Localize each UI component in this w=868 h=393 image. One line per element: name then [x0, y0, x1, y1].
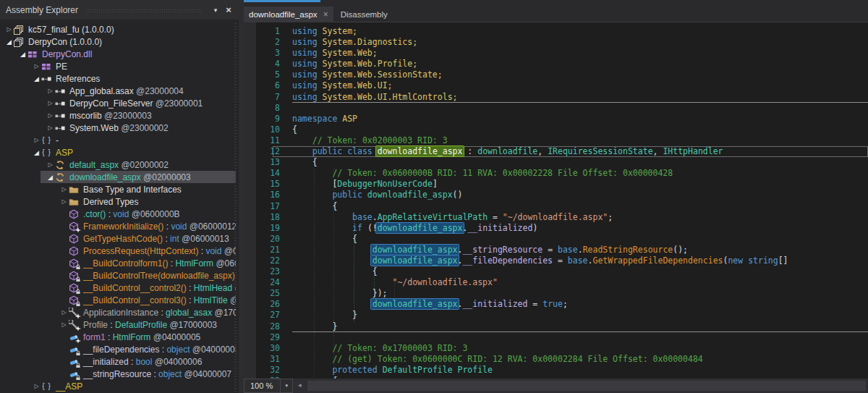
code-line[interactable]: 31 // (get) Token: 0x0600000C RID: 12 RV… [244, 354, 868, 365]
tree-item-selected[interactable]: ◢ downloadfile_aspx @02000003 [0, 171, 236, 183]
tree-item[interactable]: ◢ References [0, 72, 236, 85]
horizontal-scrollbar[interactable]: ◄ [293, 379, 868, 393]
expander-icon[interactable]: ▷ [32, 383, 41, 389]
code-line[interactable]: 6using System.Web.UI; [244, 80, 868, 91]
code-line[interactable]: 29 [244, 332, 868, 343]
expander-icon[interactable]: ◢ [4, 38, 14, 46]
tree-item[interactable]: FrameworkInitialize() : void @06000012 [0, 220, 236, 232]
tree-item[interactable]: ▷ System.Web @23000002 [0, 122, 236, 134]
code-line[interactable]: 5using System.Web.SessionState; [244, 69, 868, 80]
code-line[interactable]: 2using System.Diagnostics; [244, 37, 868, 48]
tree-item[interactable]: GetTypeHashCode() : int @06000013 [0, 232, 236, 245]
tree-item[interactable]: ProcessRequest(HttpContext) : void @06 [0, 245, 236, 257]
code-line[interactable]: 4using System.Web.Profile; [244, 59, 868, 69]
code-line[interactable]: 20 { [244, 234, 868, 245]
panel-splitter[interactable] [239, 0, 244, 393]
line-number: 20 [256, 234, 280, 245]
tree-item[interactable]: __BuildControl__control3() : HtmlTitle @ [0, 294, 236, 306]
expander-icon[interactable]: ▷ [59, 198, 69, 205]
tree-item[interactable]: ▷ DerpyCon_FileServer @23000001 [0, 97, 236, 109]
expander-icon[interactable]: ◢ [18, 51, 27, 58]
tab-disassembly[interactable]: Disassembly [333, 7, 395, 22]
tree-item[interactable]: ▷ default_aspx @02000002 [0, 159, 236, 171]
code-line[interactable]: 24 "~/downloadfile.aspx" [244, 277, 868, 288]
code-line[interactable]: 26 downloadfile_aspx.__initialized = tru… [244, 299, 868, 310]
expander-icon[interactable]: ▷ [59, 309, 69, 316]
expander-icon[interactable]: ◢ [32, 75, 41, 83]
code-line[interactable]: 22 downloadfile_aspx.__fileDependencies … [244, 255, 868, 266]
code-line[interactable]: 15 [DebuggerNonUserCode] [244, 179, 868, 190]
code-line[interactable]: 28 } [244, 321, 868, 332]
code-line[interactable]: 3using System.Web; [244, 48, 868, 59]
expander-icon[interactable]: ▷ [32, 137, 41, 143]
tab-close-icon[interactable]: × [323, 10, 328, 19]
tree-item[interactable]: ▷ kc57_final_fu (1.0.0.0) [0, 23, 236, 35]
code-line[interactable]: 7using System.Web.UI.HtmlControls; [244, 92, 868, 103]
expander-icon[interactable]: ▷ [46, 100, 55, 106]
tree-item[interactable]: ◢ DerpyCon (1.0.0.0) [0, 35, 236, 48]
code-line[interactable]: 18 base.AppRelativeVirtualPath = "~/down… [244, 212, 868, 223]
tree-item[interactable]: __BuildControlform1() : HtmlForm @060 [0, 257, 236, 269]
tree-item-label: @04000007 [182, 369, 231, 379]
code-line[interactable]: 10{ [244, 124, 868, 135]
code-line[interactable]: 11 // Token: 0x02000003 RID: 3 [244, 135, 868, 146]
tree-item[interactable]: ▷ Profile : DefaultProfile @17000003 [0, 318, 236, 331]
expander-icon[interactable]: ▷ [46, 124, 55, 131]
tree-item[interactable]: __BuildControlTree(downloadfile_aspx) : [0, 269, 236, 282]
code-line[interactable]: 21 downloadfile_aspx.__stringResource = … [244, 245, 868, 255]
tree-item[interactable]: __stringResource : object @04000007 [0, 368, 236, 380]
expander-icon[interactable]: ▷ [59, 186, 69, 193]
code-token: base [352, 212, 373, 222]
tree-item[interactable]: __BuildControl__control2() : HtmlHead @ [0, 282, 236, 294]
tree-item[interactable]: .ctor() : void @0600000B [0, 208, 236, 220]
code-line[interactable]: 9namespace ASP [244, 114, 868, 124]
tree-item[interactable]: __fileDependencies : object @04000008 [0, 343, 236, 355]
tab-downloadfile-aspx[interactable]: downloadfile_aspx × [244, 7, 333, 22]
expander-icon[interactable]: ▷ [4, 26, 14, 33]
zoom-control[interactable]: 100 % ▼ [244, 379, 293, 393]
code-line[interactable]: 12 public class downloadfile_aspx : down… [244, 146, 868, 157]
code-line[interactable]: 8 [244, 103, 868, 114]
expander-icon[interactable]: ◢ [32, 149, 41, 156]
code-line[interactable]: 19 if (!downloadfile_aspx.__initialized) [244, 223, 868, 234]
code-line[interactable]: 23 { [244, 266, 868, 277]
expander-icon[interactable]: ▷ [32, 63, 41, 69]
tree-item[interactable]: ▷{ }- [0, 134, 236, 146]
expander-icon[interactable]: ◢ [46, 174, 55, 181]
expander-icon[interactable]: ▷ [46, 161, 55, 168]
code-editor[interactable]: 1using System;2using System.Diagnostics;… [244, 22, 868, 379]
expander-icon[interactable]: ▷ [59, 321, 69, 328]
code-line[interactable]: 25 }); [244, 288, 868, 299]
tree-item[interactable]: ◢ DerpyCon.dll [0, 48, 236, 60]
close-icon[interactable]: × [222, 4, 235, 17]
code-line[interactable]: 30 // Token: 0x17000003 RID: 3 [244, 343, 868, 354]
tree-item[interactable]: ▷ mscorlib @23000003 [0, 109, 236, 122]
code-line[interactable]: 27 } [244, 310, 868, 321]
tree-item[interactable]: ▷ ApplicationInstance : global_asax @170… [0, 306, 236, 318]
tree-item[interactable]: ▷ Derived Types [0, 195, 236, 208]
tree-item[interactable]: __initialized : bool @04000006 [0, 355, 236, 368]
chevron-down-icon[interactable]: ▾ [209, 4, 222, 17]
scrollbar-thumb[interactable] [307, 381, 866, 391]
zoom-dropdown-icon[interactable]: ▼ [280, 379, 292, 392]
tree-item[interactable]: ▷ App_global.asax @23000004 [0, 85, 236, 97]
code-line[interactable]: 14 // Token: 0x0600000B RID: 11 RVA: 0x0… [244, 168, 868, 179]
code-line[interactable]: 13 { [244, 157, 868, 168]
code-token: { [292, 124, 297, 135]
code-line[interactable]: 33 { [244, 376, 868, 379]
drag-grip[interactable] [85, 9, 203, 13]
tree-item[interactable]: ◢{ }ASP [0, 146, 236, 159]
tree-item[interactable]: ▷{ }__ASP [0, 380, 236, 392]
expander-icon[interactable]: ▷ [46, 112, 55, 119]
expander-icon[interactable]: ▷ [46, 88, 55, 94]
code-line[interactable]: 16 public downloadfile_aspx() [244, 190, 868, 200]
code-line[interactable]: 1using System; [244, 26, 868, 37]
code-line[interactable]: 32 protected DefaultProfile Profile [244, 365, 868, 376]
tree-scrollbar[interactable] [234, 23, 237, 393]
tree-item[interactable]: form1 : HtmlForm @04000005 [0, 331, 236, 343]
tree-item[interactable]: ▷ PE [0, 60, 236, 72]
tree-item[interactable]: ▷ Base Type and Interfaces [0, 183, 236, 195]
scroll-left-icon[interactable]: ◄ [294, 379, 305, 393]
tree-item-label: FrameworkInitialize() [83, 221, 163, 232]
code-line[interactable]: 17 { [244, 201, 868, 212]
